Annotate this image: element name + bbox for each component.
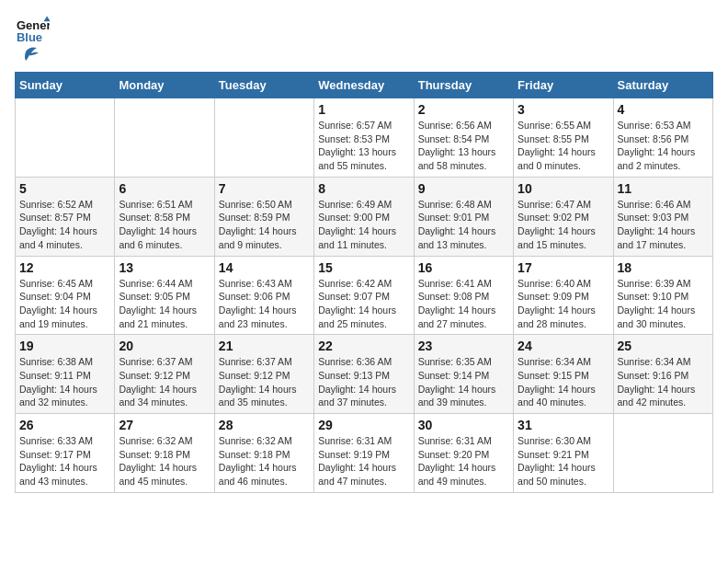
day-number: 30 [418, 418, 509, 432]
calendar-week-row: 12Sunrise: 6:45 AM Sunset: 9:04 PM Dayli… [16, 256, 713, 335]
day-number: 10 [518, 181, 609, 196]
calendar-day-cell: 12Sunrise: 6:45 AM Sunset: 9:04 PM Dayli… [16, 256, 115, 335]
day-number: 8 [318, 181, 409, 196]
day-info: Sunrise: 6:42 AM Sunset: 9:07 PM Dayligh… [318, 277, 409, 331]
day-of-week-header: Wednesday [314, 73, 414, 98]
day-info: Sunrise: 6:55 AM Sunset: 8:55 PM Dayligh… [518, 119, 609, 173]
day-number: 31 [518, 418, 609, 432]
logo-icon: General Blue [17, 15, 50, 48]
day-info: Sunrise: 6:38 AM Sunset: 9:11 PM Dayligh… [19, 355, 110, 409]
day-number: 23 [418, 339, 509, 353]
day-info: Sunrise: 6:37 AM Sunset: 9:12 PM Dayligh… [119, 355, 210, 409]
day-info: Sunrise: 6:39 AM Sunset: 9:10 PM Dayligh… [618, 277, 709, 331]
day-number: 4 [618, 102, 709, 117]
calendar-day-cell: 14Sunrise: 6:43 AM Sunset: 9:06 PM Dayli… [214, 256, 313, 335]
day-info: Sunrise: 6:37 AM Sunset: 9:12 PM Dayligh… [219, 355, 310, 409]
calendar-day-cell [16, 98, 115, 178]
calendar-day-cell: 19Sunrise: 6:38 AM Sunset: 9:11 PM Dayli… [16, 335, 115, 414]
day-number: 1 [318, 102, 409, 117]
day-info: Sunrise: 6:36 AM Sunset: 9:13 PM Dayligh… [318, 355, 409, 409]
svg-text:Blue: Blue [17, 30, 42, 44]
day-number: 22 [318, 339, 409, 353]
day-number: 7 [219, 181, 310, 196]
day-number: 25 [618, 339, 709, 353]
calendar-day-cell [115, 98, 214, 178]
day-info: Sunrise: 6:31 AM Sunset: 9:20 PM Dayligh… [418, 434, 509, 488]
calendar-day-cell: 5Sunrise: 6:52 AM Sunset: 8:57 PM Daylig… [16, 177, 115, 256]
day-number: 12 [19, 260, 110, 275]
calendar-day-cell: 18Sunrise: 6:39 AM Sunset: 9:10 PM Dayli… [613, 256, 712, 335]
calendar-week-row: 1Sunrise: 6:57 AM Sunset: 8:53 PM Daylig… [16, 98, 713, 178]
calendar-day-cell: 20Sunrise: 6:37 AM Sunset: 9:12 PM Dayli… [115, 335, 214, 414]
logo: General Blue [15, 15, 50, 64]
day-info: Sunrise: 6:31 AM Sunset: 9:19 PM Dayligh… [318, 434, 409, 488]
day-info: Sunrise: 6:44 AM Sunset: 9:05 PM Dayligh… [119, 277, 210, 331]
calendar-day-cell: 9Sunrise: 6:48 AM Sunset: 9:01 PM Daylig… [414, 177, 513, 256]
day-number: 27 [119, 418, 210, 432]
day-number: 6 [119, 181, 210, 196]
day-of-week-header: Friday [514, 73, 613, 98]
page-header: General Blue [15, 15, 713, 64]
day-number: 2 [418, 102, 509, 117]
day-info: Sunrise: 6:52 AM Sunset: 8:57 PM Dayligh… [19, 198, 110, 252]
day-info: Sunrise: 6:46 AM Sunset: 9:03 PM Dayligh… [618, 198, 709, 252]
day-number: 17 [518, 260, 609, 275]
day-info: Sunrise: 6:56 AM Sunset: 8:54 PM Dayligh… [418, 119, 509, 173]
day-number: 19 [19, 339, 110, 353]
day-info: Sunrise: 6:32 AM Sunset: 9:18 PM Dayligh… [119, 434, 210, 488]
calendar-day-cell: 24Sunrise: 6:34 AM Sunset: 9:15 PM Dayli… [514, 335, 613, 414]
day-of-week-header: Sunday [16, 73, 115, 98]
day-number: 21 [219, 339, 310, 353]
calendar-day-cell: 23Sunrise: 6:35 AM Sunset: 9:14 PM Dayli… [414, 335, 513, 414]
day-number: 3 [518, 102, 609, 117]
calendar-day-cell: 4Sunrise: 6:53 AM Sunset: 8:56 PM Daylig… [613, 98, 712, 178]
day-info: Sunrise: 6:45 AM Sunset: 9:04 PM Dayligh… [19, 277, 110, 331]
day-info: Sunrise: 6:53 AM Sunset: 8:56 PM Dayligh… [618, 119, 709, 173]
day-number: 5 [19, 181, 110, 196]
day-info: Sunrise: 6:33 AM Sunset: 9:17 PM Dayligh… [19, 434, 110, 488]
calendar-day-cell: 22Sunrise: 6:36 AM Sunset: 9:13 PM Dayli… [314, 335, 414, 414]
calendar-day-cell: 1Sunrise: 6:57 AM Sunset: 8:53 PM Daylig… [314, 98, 414, 178]
day-of-week-header: Monday [115, 73, 214, 98]
day-number: 13 [119, 260, 210, 275]
day-info: Sunrise: 6:34 AM Sunset: 9:16 PM Dayligh… [618, 355, 709, 409]
calendar-day-cell [214, 98, 313, 178]
day-number: 15 [318, 260, 409, 275]
calendar-day-cell: 27Sunrise: 6:32 AM Sunset: 9:18 PM Dayli… [115, 414, 214, 493]
calendar-day-cell: 31Sunrise: 6:30 AM Sunset: 9:21 PM Dayli… [514, 414, 613, 493]
calendar-week-row: 5Sunrise: 6:52 AM Sunset: 8:57 PM Daylig… [16, 177, 713, 256]
day-of-week-header: Thursday [414, 73, 513, 98]
day-number: 24 [518, 339, 609, 353]
calendar-day-cell [613, 414, 712, 493]
day-info: Sunrise: 6:35 AM Sunset: 9:14 PM Dayligh… [418, 355, 509, 409]
calendar-day-cell: 11Sunrise: 6:46 AM Sunset: 9:03 PM Dayli… [613, 177, 712, 256]
day-number: 11 [618, 181, 709, 196]
calendar-day-cell: 17Sunrise: 6:40 AM Sunset: 9:09 PM Dayli… [514, 256, 613, 335]
calendar-day-cell: 29Sunrise: 6:31 AM Sunset: 9:19 PM Dayli… [314, 414, 414, 493]
day-info: Sunrise: 6:48 AM Sunset: 9:01 PM Dayligh… [418, 198, 509, 252]
calendar-day-cell: 26Sunrise: 6:33 AM Sunset: 9:17 PM Dayli… [16, 414, 115, 493]
day-info: Sunrise: 6:32 AM Sunset: 9:18 PM Dayligh… [219, 434, 310, 488]
calendar-day-cell: 15Sunrise: 6:42 AM Sunset: 9:07 PM Dayli… [314, 256, 414, 335]
calendar-day-cell: 13Sunrise: 6:44 AM Sunset: 9:05 PM Dayli… [115, 256, 214, 335]
calendar-table: SundayMondayTuesdayWednesdayThursdayFrid… [15, 72, 713, 493]
day-number: 29 [318, 418, 409, 432]
day-number: 28 [219, 418, 310, 432]
calendar-week-row: 26Sunrise: 6:33 AM Sunset: 9:17 PM Dayli… [16, 414, 713, 493]
calendar-week-row: 19Sunrise: 6:38 AM Sunset: 9:11 PM Dayli… [16, 335, 713, 414]
day-info: Sunrise: 6:50 AM Sunset: 8:59 PM Dayligh… [219, 198, 310, 252]
calendar-day-cell: 28Sunrise: 6:32 AM Sunset: 9:18 PM Dayli… [214, 414, 313, 493]
day-info: Sunrise: 6:49 AM Sunset: 9:00 PM Dayligh… [318, 198, 409, 252]
day-info: Sunrise: 6:57 AM Sunset: 8:53 PM Dayligh… [318, 119, 409, 173]
day-info: Sunrise: 6:40 AM Sunset: 9:09 PM Dayligh… [518, 277, 609, 331]
day-info: Sunrise: 6:43 AM Sunset: 9:06 PM Dayligh… [219, 277, 310, 331]
calendar-day-cell: 10Sunrise: 6:47 AM Sunset: 9:02 PM Dayli… [514, 177, 613, 256]
calendar-day-cell: 7Sunrise: 6:50 AM Sunset: 8:59 PM Daylig… [214, 177, 313, 256]
day-number: 14 [219, 260, 310, 275]
day-number: 9 [418, 181, 509, 196]
day-info: Sunrise: 6:51 AM Sunset: 8:58 PM Dayligh… [119, 198, 210, 252]
day-info: Sunrise: 6:41 AM Sunset: 9:08 PM Dayligh… [418, 277, 509, 331]
calendar-day-cell: 6Sunrise: 6:51 AM Sunset: 8:58 PM Daylig… [115, 177, 214, 256]
calendar-day-cell: 8Sunrise: 6:49 AM Sunset: 9:00 PM Daylig… [314, 177, 414, 256]
logo-bird-icon [18, 44, 39, 64]
